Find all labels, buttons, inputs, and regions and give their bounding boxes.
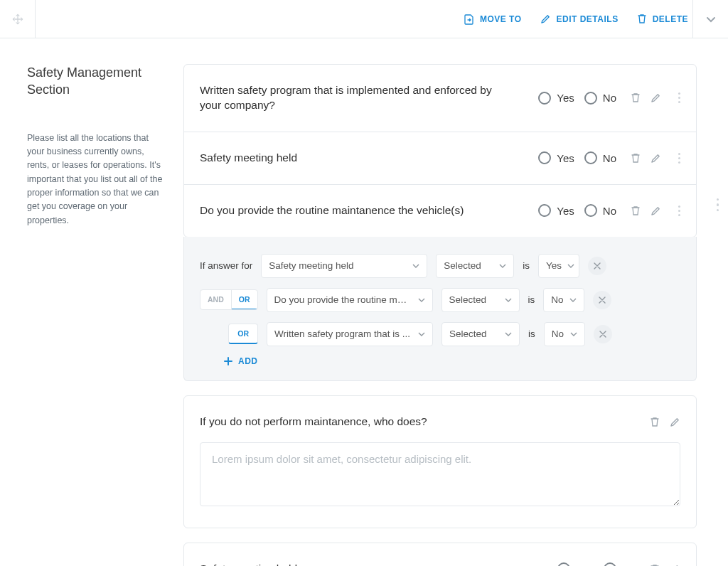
radio-icon [557,562,570,566]
or-chip[interactable]: OR [228,324,258,344]
edit-details-button[interactable]: EDIT DETAILS [540,14,619,24]
trash-icon [637,14,647,24]
close-icon [594,262,601,269]
chevron-down-icon [418,298,425,302]
question-controls: Yes No [557,562,680,566]
row-icons [631,153,661,164]
row-icons [650,417,680,427]
selector-value: Selected [444,260,481,271]
card-head: Safety meeting held Yes No [200,562,680,566]
trash-icon[interactable] [650,564,660,566]
pencil-icon[interactable] [670,564,680,566]
question-text: Do you provide the routine maintanence t… [200,203,464,218]
value-select[interactable]: No [543,288,584,312]
trash-icon[interactable] [631,205,641,216]
radio-no[interactable]: No [604,562,636,566]
question-text: If you do not perform maintanence, who d… [200,415,427,429]
radio-yes[interactable]: Yes [538,151,574,164]
remove-condition-button[interactable] [594,325,612,343]
trash-icon[interactable] [631,153,641,164]
remove-condition-button[interactable] [588,257,606,275]
radio-no-label: No [603,152,616,164]
if-answer-for-label: If answer for [200,260,252,271]
pencil-icon [540,14,551,24]
question-select[interactable]: Do you provide the routine mai... [267,288,433,312]
is-label: is [523,260,530,271]
pencil-icon[interactable] [670,417,680,427]
question-controls: Yes No [538,204,680,217]
move-to-label: MOVE TO [480,14,522,24]
row-icons [650,564,680,566]
kebab-menu[interactable] [678,153,680,164]
or-option[interactable]: OR [232,290,257,310]
and-option[interactable]: AND [200,290,231,309]
sidebar: Safety Management Section Please list al… [0,64,183,566]
radio-no[interactable]: No [584,204,616,217]
value-select-value: Yes [546,260,562,271]
selector-select[interactable]: Selected [441,322,520,346]
add-condition-button[interactable]: ADD [224,356,680,366]
trash-icon[interactable] [631,92,641,103]
chevron-down-icon [569,298,577,302]
question-row: Written safety program that is implement… [184,65,696,132]
radio-icon [584,92,597,105]
radio-yes-label: Yes [557,92,574,104]
logic-row: AND OR Do you provide the routine mai...… [200,288,680,312]
section-title: Safety Management Section [27,64,166,99]
question-select-value: Safety meeting held [269,260,353,271]
radio-yes[interactable]: Yes [538,92,574,105]
collapse-cell [692,0,728,38]
value-select-value: No [551,294,563,305]
selector-select[interactable]: Selected [436,254,514,278]
plus-icon [224,357,232,365]
drag-handle-icon[interactable] [12,14,23,25]
radio-icon [584,151,597,164]
add-label: ADD [238,356,258,366]
value-select[interactable]: No [544,322,585,346]
value-select[interactable]: Yes [538,254,579,278]
question-row: Do you provide the routine maintanence t… [184,185,696,237]
radio-icon [538,204,551,217]
radio-no-label: No [603,205,616,217]
pencil-icon[interactable] [651,92,661,103]
kebab-menu[interactable] [678,205,680,216]
and-or-toggle[interactable]: AND OR [200,289,258,310]
delete-label: DELETE [653,14,688,24]
question-select[interactable]: Safety meeting held [261,254,427,278]
trash-icon[interactable] [650,417,660,427]
chevron-down-icon [505,298,512,302]
radio-icon [584,204,597,217]
kebab-menu[interactable] [678,92,680,103]
followup-card: Safety meeting held Yes No [183,543,697,566]
radio-yes[interactable]: Yes [557,562,593,566]
radio-yes-label: Yes [576,563,593,566]
indent: OR [200,324,258,344]
close-icon [599,331,606,338]
delete-button[interactable]: DELETE [637,14,688,24]
chevron-down-icon [412,264,419,268]
radio-no[interactable]: No [584,92,616,105]
radio-no-label: No [622,563,636,566]
question-select-value: Written safety program that is ... [274,329,410,339]
answer-textarea[interactable] [200,442,680,506]
pencil-icon[interactable] [651,205,661,216]
selector-select[interactable]: Selected [441,288,520,312]
question-list: Written safety program that is implement… [183,64,697,237]
pencil-icon[interactable] [651,153,661,164]
logic-row: If answer for Safety meeting held Select… [200,254,680,278]
chevron-down-icon[interactable] [705,14,717,25]
main: Written safety program that is implement… [183,64,728,566]
radio-icon [538,151,551,164]
question-select[interactable]: Written safety program that is ... [267,322,433,346]
panel-kebab-menu[interactable] [717,198,719,212]
move-to-button[interactable]: MOVE TO [464,14,522,25]
body: Safety Management Section Please list al… [0,38,728,566]
remove-condition-button[interactable] [593,291,611,309]
selector-value: Selected [449,294,487,305]
radio-yes[interactable]: Yes [538,204,574,217]
row-icons [631,92,661,103]
radio-no[interactable]: No [584,151,616,164]
chevron-down-icon [499,264,506,268]
chevron-down-icon [418,332,425,336]
close-icon [599,297,606,304]
